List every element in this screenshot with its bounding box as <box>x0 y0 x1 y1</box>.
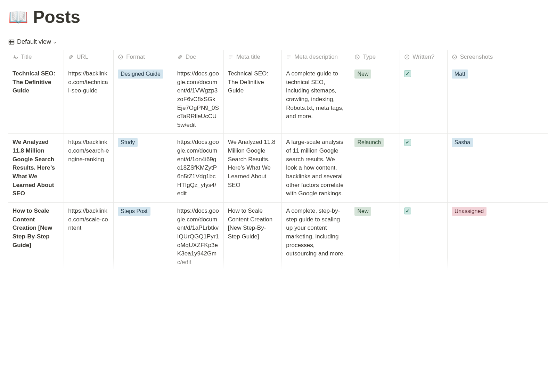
cell-written[interactable]: ✓ <box>400 65 448 134</box>
col-header-url[interactable]: URL <box>64 50 114 65</box>
type-tag: Relaunch <box>354 138 384 147</box>
written-checkbox[interactable]: ✓ <box>404 139 411 146</box>
col-header-label: Written? <box>412 54 434 60</box>
type-tag: New <box>354 70 371 79</box>
svg-point-11 <box>355 55 359 59</box>
col-header-screenshots[interactable]: Screenshots <box>447 50 548 65</box>
posts-table: Title URL Format Doc Meta title Meta des… <box>8 50 548 271</box>
cell-screenshots[interactable]: Matt <box>447 65 548 134</box>
svg-point-13 <box>452 55 457 59</box>
view-label: Default view <box>17 38 51 46</box>
cell-meta-description[interactable]: A complete, step-by-step guide to scalin… <box>282 202 350 271</box>
col-header-meta-desc[interactable]: Meta description <box>282 50 350 65</box>
meta-title-text: We Analyzed 11.8 Million Google Search R… <box>228 139 276 188</box>
col-header-meta-title[interactable]: Meta title <box>223 50 282 65</box>
cell-type[interactable]: New <box>350 65 400 134</box>
svg-rect-0 <box>9 40 14 44</box>
select-prop-icon <box>452 54 457 60</box>
cell-url[interactable]: https://backlinko.com/scale-content <box>64 202 114 271</box>
text-prop-icon <box>286 54 292 60</box>
page-header: 📖 Posts <box>8 7 548 27</box>
select-prop-icon <box>354 54 360 60</box>
meta-desc-text: A complete guide to technical SEO, inclu… <box>286 70 343 120</box>
page-title[interactable]: Posts <box>33 7 80 27</box>
col-header-label: Format <box>126 54 145 60</box>
col-header-title[interactable]: Title <box>8 50 64 65</box>
view-switcher[interactable]: Default view ⌄ <box>8 37 57 47</box>
title-prop-icon <box>13 54 18 60</box>
screenshots-tag: Sasha <box>452 138 473 147</box>
screenshots-tag: Matt <box>452 70 468 79</box>
col-header-format[interactable]: Format <box>114 50 173 65</box>
svg-point-4 <box>118 55 123 59</box>
cell-type[interactable]: Relaunch <box>350 134 400 202</box>
written-checkbox[interactable]: ✓ <box>404 70 411 77</box>
meta-title-text: Technical SEO: The Definitive Guide <box>228 70 268 94</box>
col-header-label: URL <box>76 54 88 60</box>
doc-text: https://docs.google.com/document/d/1on4i… <box>177 139 219 197</box>
page-icon[interactable]: 📖 <box>8 9 28 25</box>
text-prop-icon <box>228 54 234 60</box>
cell-screenshots[interactable]: Unassigned <box>447 202 548 271</box>
cell-doc[interactable]: https://docs.google.com/document/d/1VWgz… <box>173 65 223 134</box>
cell-doc[interactable]: https://docs.google.com/document/d/1aPLr… <box>173 202 223 271</box>
url-text: https://backlinko.com/search-engine-rank… <box>68 139 109 162</box>
doc-text: https://docs.google.com/document/d/1aPLr… <box>177 207 219 266</box>
cell-format[interactable]: Steps Post <box>114 202 173 271</box>
link-icon <box>177 54 183 60</box>
cell-doc[interactable]: https://docs.google.com/document/d/1on4i… <box>173 134 223 202</box>
select-prop-icon <box>118 54 123 60</box>
cell-title[interactable]: We Analyzed 11.8 Million Google Search R… <box>8 134 64 202</box>
col-header-doc[interactable]: Doc <box>173 50 223 65</box>
col-header-label: Meta title <box>236 54 260 60</box>
col-header-type[interactable]: Type <box>350 50 400 65</box>
col-header-label: Screenshots <box>460 54 493 60</box>
col-header-label: Doc <box>186 54 196 60</box>
svg-point-12 <box>405 55 409 59</box>
written-checkbox[interactable]: ✓ <box>404 207 411 214</box>
title-text: How to Scale Content Creation [New Step-… <box>13 207 52 248</box>
col-header-written[interactable]: Written? <box>400 50 448 65</box>
table-row[interactable]: How to Scale Content Creation [New Step-… <box>8 202 548 271</box>
url-text: https://backlinko.com/technical-seo-guid… <box>68 70 108 94</box>
cell-meta-description[interactable]: A large-scale analysis of 11 million Goo… <box>282 134 350 202</box>
link-icon <box>68 54 74 60</box>
cell-title[interactable]: How to Scale Content Creation [New Step-… <box>8 202 64 271</box>
col-header-label: Meta description <box>294 54 338 60</box>
cell-url[interactable]: https://backlinko.com/search-engine-rank… <box>64 134 114 202</box>
meta-desc-text: A complete, step-by-step guide to scalin… <box>286 207 345 257</box>
col-header-label: Type <box>363 54 376 60</box>
cell-url[interactable]: https://backlinko.com/technical-seo-guid… <box>64 65 114 134</box>
doc-text: https://docs.google.com/document/d/1VWgz… <box>177 70 219 128</box>
col-header-label: Title <box>21 54 32 60</box>
cell-format[interactable]: Designed Guide <box>114 65 173 134</box>
select-prop-icon <box>404 54 410 60</box>
type-tag: New <box>354 207 371 216</box>
format-tag: Study <box>118 138 138 147</box>
meta-title-text: How to Scale Content Creation [New Step-… <box>228 207 273 240</box>
title-text: We Analyzed 11.8 Million Google Search R… <box>13 139 55 197</box>
table-header-row: Title URL Format Doc Meta title Meta des… <box>8 50 548 65</box>
cell-screenshots[interactable]: Sasha <box>447 134 548 202</box>
cell-type[interactable]: New <box>350 202 400 271</box>
table-icon <box>8 39 15 45</box>
meta-desc-text: A large-scale analysis of 11 million Goo… <box>286 139 343 197</box>
cell-written[interactable]: ✓ <box>400 202 448 271</box>
cell-meta-title[interactable]: How to Scale Content Creation [New Step-… <box>223 202 282 271</box>
cell-meta-description[interactable]: A complete guide to technical SEO, inclu… <box>282 65 350 134</box>
format-tag: Designed Guide <box>118 70 163 79</box>
table-row[interactable]: We Analyzed 11.8 Million Google Search R… <box>8 134 548 202</box>
title-text: Technical SEO: The Definitive Guide <box>13 70 55 94</box>
screenshots-tag: Unassigned <box>452 207 487 216</box>
cell-meta-title[interactable]: We Analyzed 11.8 Million Google Search R… <box>223 134 282 202</box>
chevron-down-icon: ⌄ <box>53 39 57 44</box>
url-text: https://backlinko.com/scale-content <box>68 207 108 231</box>
cell-title[interactable]: Technical SEO: The Definitive Guide <box>8 65 64 134</box>
cell-meta-title[interactable]: Technical SEO: The Definitive Guide <box>223 65 282 134</box>
format-tag: Steps Post <box>118 207 150 216</box>
table-row[interactable]: Technical SEO: The Definitive Guidehttps… <box>8 65 548 134</box>
cell-format[interactable]: Study <box>114 134 173 202</box>
cell-written[interactable]: ✓ <box>400 134 448 202</box>
